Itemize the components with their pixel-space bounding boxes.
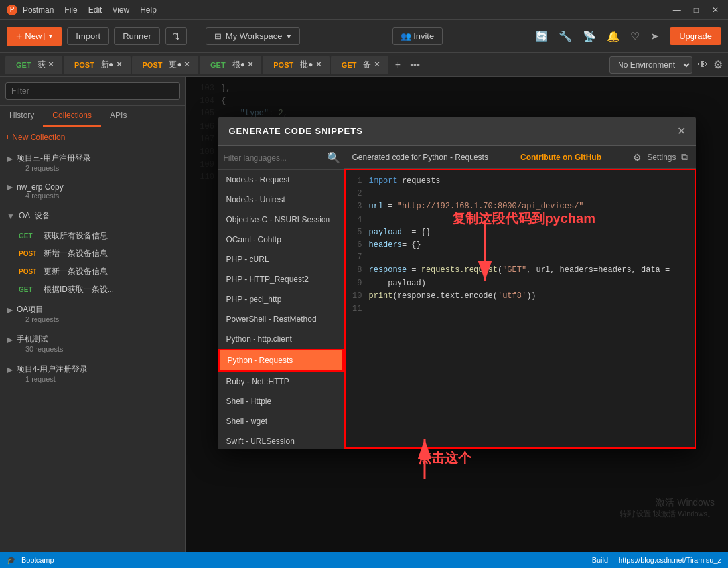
modal-close-button[interactable]: ✕ xyxy=(677,125,686,137)
bell-icon[interactable]: 🔔 xyxy=(607,30,620,42)
request-item-get-2[interactable]: GET 根据ID获取一条设... xyxy=(0,281,185,299)
lang-nodejs-request[interactable]: NodeJs - Request xyxy=(218,170,344,190)
menu-view[interactable]: View xyxy=(112,5,129,15)
collection-name: 项目三-用户注册登录 xyxy=(17,153,91,164)
request-item-post-2[interactable]: POST 更新一条设备信息 xyxy=(0,263,185,281)
tab-get-1[interactable]: GET 获 ✕ xyxy=(5,56,62,74)
caret-icon: ▾ xyxy=(44,33,52,40)
sync-icon[interactable]: 🔄 xyxy=(535,30,548,42)
heart-icon[interactable]: ♡ xyxy=(630,30,640,42)
settings-gear-icon[interactable]: ⚙ xyxy=(633,152,642,163)
sidebar-tab-apis[interactable]: APIs xyxy=(101,106,136,127)
tab-name: 新● ✕ xyxy=(101,59,123,70)
invite-label: Invite xyxy=(413,31,434,41)
language-filter-input[interactable] xyxy=(224,153,323,163)
tab-name: 更● ✕ xyxy=(169,59,190,70)
satellite-icon[interactable]: 📡 xyxy=(583,30,596,42)
new-button[interactable]: + New ▾ xyxy=(7,27,62,46)
collection-name: 手机测试 xyxy=(17,334,48,345)
new-collection-button[interactable]: + New Collection xyxy=(0,127,185,147)
bootcamp-text[interactable]: Bootcamp xyxy=(21,556,54,564)
caret-icon: ▼ xyxy=(7,212,15,221)
tab-name: 批● ✕ xyxy=(300,59,322,70)
collection-item[interactable]: ▶ 项目三-用户注册登录 2 requests xyxy=(0,147,185,177)
more-tabs-button[interactable]: ••• xyxy=(407,60,423,70)
lang-php-http2[interactable]: PHP - HTTP_Request2 xyxy=(218,269,344,289)
menu-edit[interactable]: Edit xyxy=(88,5,102,15)
menu-help[interactable]: Help xyxy=(140,5,157,15)
code-line-3: 3 url = "http://192.168.1.70:8000/api_de… xyxy=(346,200,695,213)
minimize-button[interactable]: — xyxy=(670,5,684,15)
maximize-button[interactable]: □ xyxy=(692,5,701,15)
tab-get-2[interactable]: GET 根● ✕ xyxy=(200,56,261,74)
eye-icon[interactable]: 👁 xyxy=(697,59,708,71)
app-title: Postman xyxy=(23,5,54,15)
tab-post-2[interactable]: POST 更● ✕ xyxy=(132,56,199,74)
request-item-get[interactable]: GET 获取所有设备信息 xyxy=(0,227,185,245)
collection-item[interactable]: ▶ nw_erp Copy 4 requests xyxy=(0,177,185,205)
tools-icon[interactable]: 🔧 xyxy=(559,30,572,42)
caret-icon: ▶ xyxy=(7,335,13,344)
content-area: 103}, 104{ 105 "type": 2, 106 "model": "… xyxy=(186,77,728,552)
code-line-6: 6 headers= {} xyxy=(346,239,695,251)
status-bar: 🎓 Bootcamp Build https://blog.csdn.net/T… xyxy=(0,552,728,568)
code-line-1: 1 import requests xyxy=(346,175,695,188)
method-badge: POST xyxy=(140,60,165,70)
sync-button[interactable]: ⇅ xyxy=(165,27,187,45)
collection-item[interactable]: ▶ 手机测试 30 requests xyxy=(0,328,185,358)
lang-php-pecl[interactable]: PHP - pecl_http xyxy=(218,289,344,309)
collection-name: OA_设备 xyxy=(19,210,50,222)
settings-label[interactable]: Settings xyxy=(647,153,676,162)
environment-selector[interactable]: No Environment xyxy=(609,56,692,74)
lang-powershell[interactable]: PowerShell - RestMethod xyxy=(218,309,344,329)
method-badge: POST xyxy=(72,60,97,70)
lang-nodejs-unirest[interactable]: NodeJs - Unirest xyxy=(218,190,344,210)
invite-icon: 👥 xyxy=(401,31,411,41)
lang-swift[interactable]: Swift - URLSession xyxy=(218,431,344,449)
arrow-icon[interactable]: ➤ xyxy=(650,30,659,42)
tab-post-3[interactable]: POST 批● ✕ xyxy=(263,56,330,74)
annotation-click: 点击这个 xyxy=(418,449,471,467)
workspace-caret: ▾ xyxy=(287,31,291,41)
plus-icon: + xyxy=(16,31,22,42)
copy-icon[interactable]: ⧉ xyxy=(681,151,688,163)
settings-icon[interactable]: ⚙ xyxy=(713,58,723,71)
lang-python-http[interactable]: Python - http.client xyxy=(218,329,344,349)
github-link[interactable]: Contribute on GitHub xyxy=(520,153,601,162)
collection-item[interactable]: ▶ OA项目 2 requests xyxy=(0,299,185,328)
lang-shell-httpie[interactable]: Shell - Httpie xyxy=(218,391,344,411)
filter-input[interactable] xyxy=(5,82,180,100)
menu-file[interactable]: File xyxy=(64,5,77,15)
sidebar: History Collections APIs + New Collectio… xyxy=(0,77,186,552)
collection-item[interactable]: ▶ 项目4-用户注册登录 1 request xyxy=(0,358,185,388)
sidebar-tab-history[interactable]: History xyxy=(0,106,43,127)
add-tab-button[interactable]: + xyxy=(390,59,406,71)
collection-sub: 30 requests xyxy=(7,345,179,353)
lang-ruby[interactable]: Ruby - Net::HTTP xyxy=(218,372,344,391)
modal-overlay[interactable]: 点击这个 复制这段代码到pycham xyxy=(186,77,728,552)
method-label: GET xyxy=(19,286,40,293)
sidebar-search xyxy=(0,77,185,106)
workspace-button[interactable]: ⊞ My Workspace ▾ xyxy=(206,27,300,45)
tab-name: 获 ✕ xyxy=(38,59,54,70)
collection-oa-devices[interactable]: ▼ OA_设备 xyxy=(0,205,185,227)
lang-php-curl[interactable]: PHP - cURL xyxy=(218,249,344,269)
sidebar-tab-collections[interactable]: Collections xyxy=(43,106,101,127)
method-label: POST xyxy=(19,250,40,257)
collection-name: OA项目 xyxy=(17,304,44,315)
lang-shell-wget[interactable]: Shell - wget xyxy=(218,411,344,431)
caret-icon: ▶ xyxy=(7,365,13,374)
upgrade-button[interactable]: Upgrade xyxy=(670,27,721,45)
lang-objc[interactable]: Objective-C - NSURLSession xyxy=(218,210,344,230)
lang-ocaml[interactable]: OCaml - Cohttp xyxy=(218,230,344,249)
runner-button[interactable]: Runner xyxy=(114,27,160,45)
lang-python-requests[interactable]: Python - Requests xyxy=(218,349,344,372)
bootcamp-label[interactable]: 🎓 xyxy=(7,556,16,565)
close-button[interactable]: ✕ xyxy=(709,5,721,15)
tab-post-1[interactable]: POST 新● ✕ xyxy=(64,56,131,74)
tab-get-3[interactable]: GET 备 ✕ xyxy=(331,56,388,74)
invite-button[interactable]: 👥 Invite xyxy=(392,27,443,45)
collection-name: nw_erp Copy xyxy=(17,182,64,192)
import-button[interactable]: Import xyxy=(67,27,109,45)
request-item-post-1[interactable]: POST 新增一条设备信息 xyxy=(0,245,185,263)
